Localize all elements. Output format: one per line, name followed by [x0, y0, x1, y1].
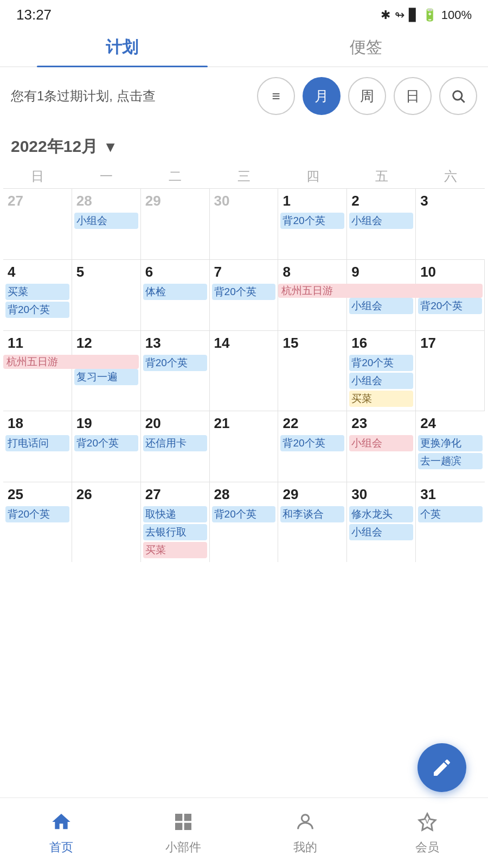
fab-add-button[interactable] — [418, 743, 466, 792]
cell-12-dec[interactable]: 12复习一遍 — [72, 331, 141, 411]
cell-4-dec[interactable]: 4买菜背20个英 — [3, 260, 72, 330]
wifi-icon: ↬ — [395, 8, 404, 22]
today-indicator: 27 — [145, 486, 161, 502]
search-btn[interactable] — [439, 77, 477, 115]
svg-text:V: V — [425, 818, 429, 825]
cell-15-dec[interactable]: 15 — [278, 331, 347, 411]
nav-mine-label: 我的 — [293, 839, 317, 856]
cell-16-dec[interactable]: 16背20个英小组会买菜 — [347, 331, 416, 411]
event-hanzhou-week2: 杭州五日游 — [278, 284, 483, 298]
nav-vip[interactable]: V 会员 — [366, 798, 488, 868]
weekday-5: 五 — [347, 164, 416, 188]
cell-1-dec[interactable]: 1背20个英 — [278, 189, 347, 259]
weekday-6: 六 — [416, 164, 485, 188]
cell-28-nov[interactable]: 28小组会 — [72, 189, 141, 259]
vip-icon: V — [416, 811, 438, 836]
tab-plan[interactable]: 计划 — [0, 28, 244, 66]
cell-5-dec[interactable]: 5 — [72, 260, 141, 330]
toolbar: 您有1条过期计划, 点击查 ≡ 月 周 日 — [0, 67, 488, 125]
svg-point-2 — [301, 814, 309, 821]
svg-point-0 — [453, 91, 462, 100]
cell-3-dec[interactable]: 3 — [416, 189, 485, 259]
list-view-btn[interactable]: ≡ — [257, 77, 295, 115]
event-hanzhou-week3: 杭州五日游 — [3, 355, 139, 369]
cell-31-dec[interactable]: 31个英 — [416, 482, 485, 562]
battery-icon: 🔋 — [422, 8, 437, 22]
week-view-btn[interactable]: 周 — [348, 77, 386, 115]
nav-widgets[interactable]: 小部件 — [122, 798, 244, 868]
week-row-5: 25背20个英 26 27 取快递 去银行取 买菜 28背20个英 29和李谈合… — [3, 482, 485, 562]
cell-17-dec[interactable]: 17 — [416, 331, 485, 411]
bottom-nav: 首页 小部件 我的 V 会员 — [0, 797, 488, 868]
cell-26-dec[interactable]: 26 — [72, 482, 141, 562]
cell-7-dec[interactable]: 7背20个英 — [210, 260, 279, 330]
profile-icon — [294, 811, 316, 836]
time: 13:27 — [16, 7, 52, 23]
nav-home[interactable]: 首页 — [0, 798, 122, 868]
weekday-2: 二 — [141, 164, 210, 188]
nav-widgets-label: 小部件 — [165, 839, 201, 856]
cell-25-dec[interactable]: 25背20个英 — [3, 482, 72, 562]
cell-21-dec[interactable]: 21 — [210, 411, 279, 482]
svg-line-1 — [461, 99, 464, 102]
cell-27-dec[interactable]: 27 取快递 去银行取 买菜 — [141, 482, 210, 562]
week-row-2: 4买菜背20个英 5 6体检 7背20个英 8 9小组会 10背20个英 杭州五… — [3, 259, 485, 330]
status-icons: ✱ ↬ ▊ 🔋 100% — [381, 8, 472, 22]
cell-27-nov[interactable]: 27 — [3, 189, 72, 259]
weekdays-header: 日 一 二 三 四 五 六 — [0, 164, 488, 188]
day-view-btn[interactable]: 日 — [394, 77, 432, 115]
cell-24-dec[interactable]: 24更换净化去一趟滨 — [416, 411, 485, 482]
cell-30-nov[interactable]: 30 — [210, 189, 279, 259]
battery-percent: 100% — [441, 8, 472, 22]
weekday-3: 三 — [210, 164, 279, 188]
cell-2-dec[interactable]: 2小组会 — [347, 189, 416, 259]
weekday-0: 日 — [3, 164, 72, 188]
top-tabs: 计划 便签 — [0, 28, 488, 67]
cell-22-dec[interactable]: 22背20个英 — [278, 411, 347, 482]
nav-mine[interactable]: 我的 — [244, 798, 366, 868]
nav-home-label: 首页 — [49, 839, 73, 856]
home-icon — [50, 811, 72, 836]
cell-28-dec[interactable]: 28背20个英 — [210, 482, 279, 562]
weekday-1: 一 — [72, 164, 141, 188]
calendar-header: 2022年12月 ▾ — [0, 125, 488, 161]
notice-text: 您有1条过期计划, 点击查 — [11, 87, 249, 105]
month-view-btn[interactable]: 月 — [303, 77, 341, 115]
tab-note[interactable]: 便签 — [244, 28, 488, 66]
week-row-4: 18打电话问 19背20个英 20还信用卡 21 22背20个英 23小组会 2… — [3, 411, 485, 482]
bluetooth-icon: ✱ — [381, 8, 390, 22]
nav-vip-label: 会员 — [415, 839, 439, 856]
cell-6-dec[interactable]: 6体检 — [141, 260, 210, 330]
cell-14-dec[interactable]: 14 — [210, 331, 279, 411]
weekday-4: 四 — [278, 164, 347, 188]
widgets-icon — [172, 811, 194, 836]
status-bar: 13:27 ✱ ↬ ▊ 🔋 100% — [0, 0, 488, 28]
cell-29-dec[interactable]: 29和李谈合 — [278, 482, 347, 562]
cell-30-dec[interactable]: 30修水龙头小组会 — [347, 482, 416, 562]
cell-23-dec[interactable]: 23小组会 — [347, 411, 416, 482]
cell-13-dec[interactable]: 13背20个英 — [141, 331, 210, 411]
week-row-1: 27 28小组会 29 30 1背20个英 2小组会 3 — [3, 188, 485, 259]
calendar-grid: 27 28小组会 29 30 1背20个英 2小组会 3 4买菜背20个英 5 … — [0, 188, 488, 562]
cell-19-dec[interactable]: 19背20个英 — [72, 411, 141, 482]
cell-29-nov[interactable]: 29 — [141, 189, 210, 259]
month-dropdown-icon: ▾ — [106, 138, 114, 155]
week-row-3: 11 12复习一遍 13背20个英 14 15 16背20个英小组会买菜 17 … — [3, 330, 485, 411]
cell-11-dec[interactable]: 11 — [3, 331, 72, 411]
cell-18-dec[interactable]: 18打电话问 — [3, 411, 72, 482]
month-title[interactable]: 2022年12月 ▾ — [11, 130, 477, 158]
cell-20-dec[interactable]: 20还信用卡 — [141, 411, 210, 482]
signal-icon: ▊ — [409, 8, 418, 22]
